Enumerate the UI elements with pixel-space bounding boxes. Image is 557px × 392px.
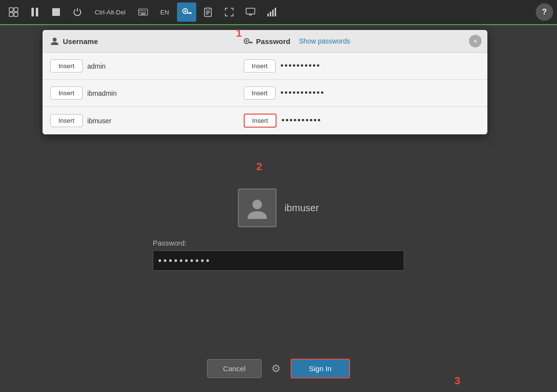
toolbar-help-button[interactable]: ? (536, 3, 553, 21)
credential-user-col: Insert admin (50, 59, 244, 73)
insert-username-button-ibmuser[interactable]: Insert (50, 114, 83, 127)
insert-username-button-admin[interactable]: Insert (50, 59, 83, 73)
cancel-button[interactable]: Cancel (207, 359, 262, 378)
user-card: ibmuser (238, 189, 319, 227)
toolbar-keyboard-button[interactable] (133, 2, 153, 22)
avatar-box (238, 189, 277, 227)
svg-rect-5 (36, 8, 38, 16)
svg-rect-29 (246, 8, 255, 14)
password-label-text: Password: (153, 239, 187, 247)
toolbar-ctrl-alt-del-button[interactable]: Ctrl-Alt-Del (89, 2, 132, 22)
credential-pass-col: Insert •••••••••• (244, 59, 321, 73)
password-input[interactable] (153, 250, 404, 271)
password-field-label: Password: (153, 239, 404, 247)
password-column-header: Password Show passwords (244, 37, 351, 45)
svg-rect-1 (14, 8, 18, 12)
username-value-ibmadmin: ibmadmin (88, 89, 117, 97)
show-passwords-link[interactable]: Show passwords (299, 37, 350, 45)
svg-rect-33 (270, 12, 271, 16)
step1-label: 1 (236, 27, 242, 40)
svg-rect-6 (52, 8, 60, 16)
user-header-icon (50, 37, 59, 45)
toolbar-display-button[interactable] (241, 2, 260, 22)
close-popup-button[interactable]: × (469, 35, 482, 47)
credential-pass-col: Insert ••••••••••• (244, 87, 325, 100)
signin-button[interactable]: Sign In (291, 359, 350, 378)
toolbar-screens-button[interactable] (4, 2, 23, 22)
toolbar-pause-button[interactable] (25, 2, 44, 22)
username-header-label: Username (63, 37, 98, 45)
svg-point-20 (184, 10, 186, 12)
settings-gear-icon[interactable]: ⚙ (271, 363, 281, 375)
svg-rect-3 (14, 13, 18, 16)
credential-row: Insert admin Insert •••••••••• (43, 53, 487, 80)
toolbar-clipboard-button[interactable] (198, 2, 218, 22)
avatar-icon (245, 196, 269, 220)
credential-row: Insert ibmadmin Insert ••••••••••• (43, 80, 487, 107)
username-column-header: Username (50, 37, 244, 45)
step3-label: 3 (454, 375, 460, 387)
help-label: ? (542, 8, 547, 16)
password-dots-ibmadmin: ••••••••••• (280, 88, 324, 98)
insert-password-button-admin[interactable]: Insert (244, 59, 276, 73)
insert-username-button-ibmadmin[interactable]: Insert (50, 87, 83, 100)
username-display: ibmuser (284, 203, 319, 214)
close-icon: × (473, 37, 477, 45)
toolbar-power-button[interactable] (68, 2, 87, 22)
ctrl-alt-del-label: Ctrl-Alt-Del (93, 9, 128, 16)
username-value-ibmuser: ibmuser (88, 117, 112, 125)
svg-rect-2 (9, 13, 13, 16)
toolbar-stats-button[interactable] (262, 2, 281, 22)
insert-password-button-ibmadmin[interactable]: Insert (244, 87, 276, 100)
credential-popup: Username Password Show passwords × Inser… (43, 30, 487, 134)
toolbar-lang-button[interactable]: EN (155, 2, 175, 22)
password-header-label: Password (256, 37, 291, 45)
password-dots-ibmuser: •••••••••• (281, 116, 322, 126)
step2-label: 2 (256, 160, 262, 173)
lang-label: EN (159, 9, 171, 16)
username-value-admin: admin (88, 62, 106, 70)
svg-rect-4 (31, 8, 34, 16)
credential-popup-header: Username Password Show passwords × (43, 30, 487, 53)
toolbar: Ctrl-Alt-Del EN (0, 0, 557, 25)
svg-point-36 (53, 38, 57, 42)
credential-user-col: Insert ibmadmin (50, 87, 244, 100)
action-bar: Cancel ⚙ Sign In (0, 359, 557, 378)
toolbar-credentials-button[interactable] (177, 2, 196, 22)
svg-rect-0 (9, 8, 13, 12)
svg-rect-32 (267, 14, 269, 16)
toolbar-stop-button[interactable] (46, 2, 66, 22)
svg-rect-34 (272, 10, 274, 16)
credential-row: Insert ibmuser Insert •••••••••• (43, 107, 487, 134)
toolbar-fullscreen-button[interactable] (220, 2, 239, 22)
svg-rect-25 (206, 7, 209, 9)
insert-password-button-ibmuser[interactable]: Insert (244, 114, 277, 128)
credential-pass-col: Insert •••••••••• (244, 114, 322, 128)
svg-point-38 (246, 40, 248, 42)
svg-rect-35 (275, 8, 276, 16)
password-dots-admin: •••••••••• (280, 61, 321, 71)
key-header-icon (244, 37, 252, 45)
credential-user-col: Insert ibmuser (50, 114, 244, 127)
svg-point-42 (252, 200, 262, 209)
